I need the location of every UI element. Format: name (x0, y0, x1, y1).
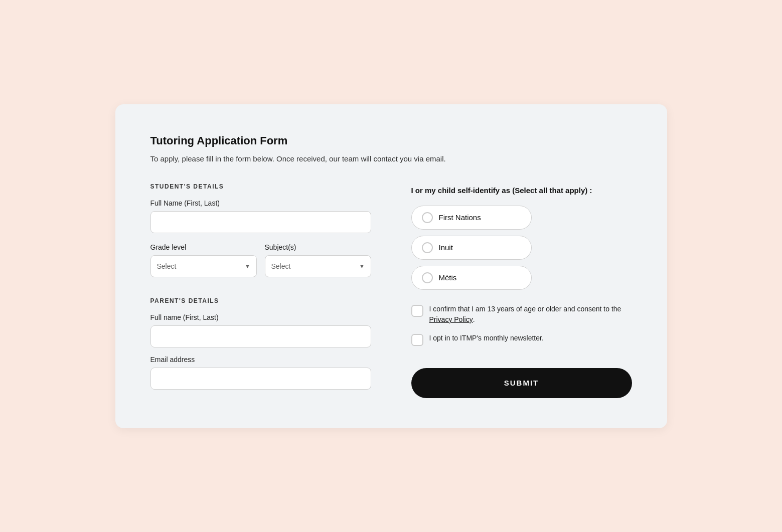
newsletter-text: I opt in to ITMP's monthly newsletter. (429, 333, 544, 343)
grade-subject-row: Grade level Select ▼ Subject(s) Sele (150, 243, 371, 277)
radio-label-inuit: Inuit (439, 243, 453, 252)
student-section-label: STUDENT'S DETAILS (150, 183, 371, 190)
privacy-policy-link[interactable]: Privacy Policy (429, 315, 473, 323)
grade-field-group: Grade level Select ▼ (150, 243, 257, 277)
subjects-label: Subject(s) (265, 243, 371, 251)
form-left: STUDENT'S DETAILS Full Name (First, Last… (150, 183, 371, 398)
newsletter-row: I opt in to ITMP's monthly newsletter. (411, 333, 632, 346)
radio-label-metis: Métis (439, 273, 457, 282)
radio-circle-inuit (422, 242, 433, 253)
submit-button[interactable]: SUBMIT (411, 368, 632, 398)
email-label: Email address (150, 356, 371, 364)
parent-section: PARENT'S DETAILS Full name (First, Last)… (150, 297, 371, 398)
age-consent-checkbox[interactable] (411, 305, 423, 317)
parent-fullname-label: Full name (First, Last) (150, 313, 371, 321)
form-layout: STUDENT'S DETAILS Full Name (First, Last… (150, 183, 632, 398)
subjects-select[interactable]: Select (265, 255, 371, 277)
identity-question: I or my child self-identify as (Select a… (411, 185, 632, 196)
student-section: STUDENT'S DETAILS Full Name (First, Last… (150, 183, 371, 277)
parent-fullname-input[interactable] (150, 325, 371, 347)
radio-first-nations[interactable]: First Nations (411, 206, 532, 230)
form-card: Tutoring Application Form To apply, plea… (115, 104, 667, 428)
radio-inuit[interactable]: Inuit (411, 236, 532, 260)
form-right: I or my child self-identify as (Select a… (411, 183, 632, 398)
subject-select-wrapper: Select ▼ (265, 255, 371, 277)
radio-circle-first-nations (422, 212, 433, 223)
radio-circle-metis (422, 272, 433, 283)
parent-section-label: PARENT'S DETAILS (150, 297, 371, 304)
newsletter-checkbox[interactable] (411, 334, 423, 346)
identity-section: I or my child self-identify as (Select a… (411, 183, 632, 290)
radio-metis[interactable]: Métis (411, 266, 532, 290)
grade-level-label: Grade level (150, 243, 257, 251)
subject-field-group: Subject(s) Select ▼ (265, 243, 371, 277)
student-fullname-input[interactable] (150, 211, 371, 233)
radio-label-first-nations: First Nations (439, 213, 481, 222)
form-title: Tutoring Application Form (150, 134, 632, 147)
email-input[interactable] (150, 368, 371, 390)
form-subtitle: To apply, please fill in the form below.… (150, 154, 632, 163)
student-fullname-label: Full Name (First, Last) (150, 199, 371, 207)
grade-select-wrapper: Select ▼ (150, 255, 257, 277)
grade-level-select[interactable]: Select (150, 255, 257, 277)
age-consent-text: I confirm that I am 13 years of age or o… (429, 304, 632, 325)
consent-section: I confirm that I am 13 years of age or o… (411, 304, 632, 346)
age-consent-row: I confirm that I am 13 years of age or o… (411, 304, 632, 325)
